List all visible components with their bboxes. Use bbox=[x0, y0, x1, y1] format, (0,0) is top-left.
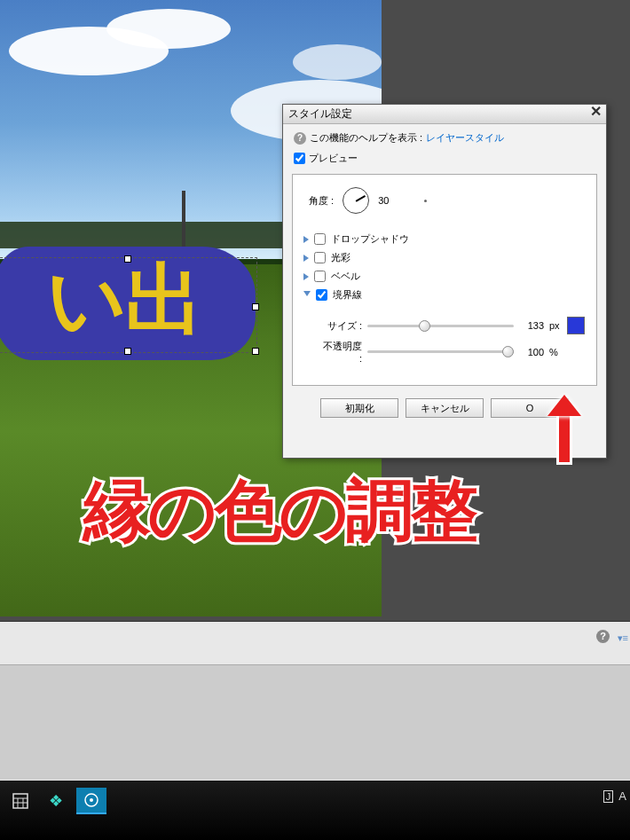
drop-shadow-label: ドロップシャドウ bbox=[331, 232, 409, 246]
glow-row: 光彩 bbox=[303, 248, 586, 267]
angle-value: 30 bbox=[378, 195, 389, 206]
bevel-label: ベベル bbox=[331, 270, 360, 283]
preview-row: プレビュー bbox=[283, 152, 606, 174]
pole-decoration bbox=[182, 191, 185, 248]
reset-button[interactable]: 初期化 bbox=[320, 398, 398, 418]
disclosure-icon[interactable] bbox=[303, 273, 309, 280]
opacity-label: 不透明度 : bbox=[319, 340, 362, 364]
taskbar-calculator-icon[interactable] bbox=[5, 788, 35, 814]
help-prefix: この機能のヘルプを表示 : bbox=[310, 131, 422, 145]
drop-shadow-row: ドロップシャドウ bbox=[303, 230, 586, 248]
size-slider[interactable] bbox=[367, 325, 514, 327]
thumbnail-strip[interactable] bbox=[0, 664, 630, 780]
slider-thumb[interactable] bbox=[419, 320, 430, 332]
opacity-slider-row: 不透明度 : 100 % bbox=[319, 340, 586, 364]
angle-extra-dot bbox=[424, 200, 427, 202]
selection-box bbox=[0, 257, 257, 353]
glow-label: 光彩 bbox=[331, 251, 350, 264]
sky-decoration bbox=[106, 9, 231, 49]
dropdown-icon[interactable]: ▾≡ bbox=[618, 632, 628, 644]
help-link[interactable]: レイヤースタイル bbox=[426, 131, 504, 145]
lower-panel: ? ▾≡ bbox=[0, 621, 630, 781]
ime-mode[interactable]: A bbox=[618, 789, 626, 803]
preview-checkbox[interactable] bbox=[294, 153, 305, 164]
taskbar-app-icon[interactable]: ❖ bbox=[41, 788, 71, 814]
annotation-arrow-icon bbox=[551, 395, 578, 462]
disclosure-icon[interactable] bbox=[303, 255, 309, 262]
drop-shadow-checkbox[interactable] bbox=[314, 233, 326, 245]
taskbar: ❖ J A bbox=[0, 781, 630, 840]
opacity-unit: % bbox=[549, 347, 562, 357]
help-icon[interactable]: ? bbox=[596, 630, 610, 643]
opacity-value: 100 bbox=[519, 347, 544, 357]
angle-label: 角度 : bbox=[309, 194, 334, 208]
glow-checkbox[interactable] bbox=[314, 252, 326, 263]
transform-handle[interactable] bbox=[124, 255, 131, 263]
bevel-checkbox[interactable] bbox=[314, 271, 326, 282]
cancel-button[interactable]: キャンセル bbox=[406, 398, 484, 418]
text-layer-selection[interactable]: い出 bbox=[0, 247, 256, 360]
effects-panel: 角度 : 30 ドロップシャドウ 光彩 ベベル 境界線 bbox=[292, 174, 597, 386]
stroke-row: 境界線 bbox=[303, 286, 586, 304]
size-value: 133 bbox=[519, 320, 544, 331]
taskbar-tray: J A bbox=[603, 789, 626, 803]
size-label: サイズ : bbox=[319, 319, 362, 333]
close-icon[interactable]: ✕ bbox=[587, 104, 604, 122]
svg-rect-0 bbox=[13, 794, 28, 808]
stroke-checkbox[interactable] bbox=[316, 289, 327, 301]
svg-point-6 bbox=[90, 798, 93, 802]
angle-row: 角度 : 30 bbox=[303, 187, 586, 214]
disclosure-icon[interactable] bbox=[303, 291, 311, 300]
bevel-row: ベベル bbox=[303, 267, 586, 286]
dialog-titlebar[interactable]: スタイル設定 ✕ bbox=[283, 105, 606, 124]
ime-indicator-icon[interactable]: J bbox=[603, 790, 614, 803]
stroke-settings: サイズ : 133 px 不透明度 : 100 % bbox=[303, 304, 586, 364]
size-slider-row: サイズ : 133 px bbox=[319, 317, 586, 334]
annotation-text: 縁の色の調整 bbox=[83, 467, 476, 558]
transform-handle[interactable] bbox=[252, 348, 259, 355]
transform-handle[interactable] bbox=[252, 303, 259, 310]
disclosure-icon[interactable] bbox=[303, 236, 309, 243]
opacity-slider[interactable] bbox=[367, 350, 514, 353]
taskbar-photoshop-elements-icon[interactable] bbox=[76, 788, 106, 814]
sky-decoration bbox=[293, 44, 382, 80]
stroke-label: 境界線 bbox=[333, 288, 362, 302]
angle-dial[interactable] bbox=[343, 187, 369, 214]
stroke-color-swatch[interactable] bbox=[567, 317, 585, 334]
help-row: ? この機能のヘルプを表示 : レイヤースタイル bbox=[283, 124, 606, 152]
transform-handle[interactable] bbox=[124, 348, 131, 355]
slider-thumb[interactable] bbox=[502, 346, 514, 357]
preview-label: プレビュー bbox=[309, 152, 358, 165]
dialog-title: スタイル設定 bbox=[288, 106, 352, 122]
size-unit: px bbox=[549, 320, 562, 331]
help-icon[interactable]: ? bbox=[294, 132, 306, 145]
